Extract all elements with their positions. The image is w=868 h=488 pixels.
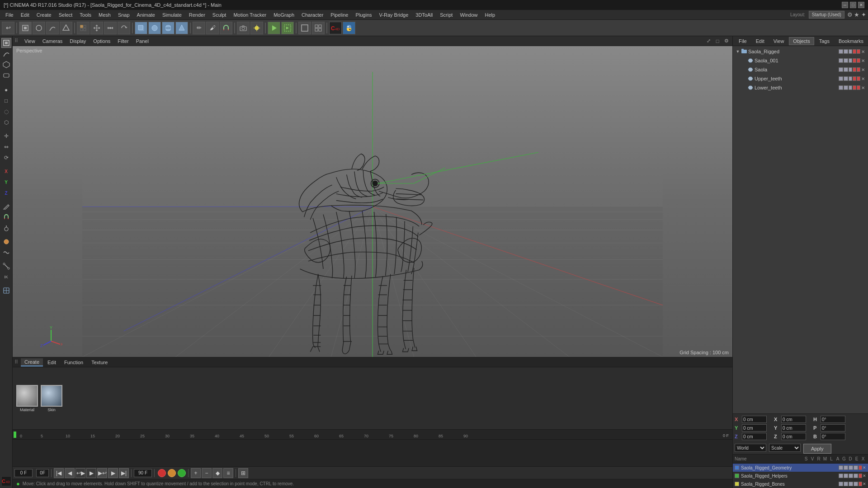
obj-dot-v1[interactable] xyxy=(844,465,848,470)
scene-dot-m4[interactable] xyxy=(853,85,856,90)
magnet-button[interactable] xyxy=(220,22,232,34)
render-region-button[interactable] xyxy=(281,22,294,34)
obj-row-helpers[interactable]: Saola_Rigged_Helpers ✕ xyxy=(733,472,868,480)
deformer-mode-button[interactable] xyxy=(60,22,72,34)
scene-dot-l1[interactable] xyxy=(857,58,860,63)
scene-dot-m3[interactable] xyxy=(853,76,856,81)
maximize-button[interactable]: □ xyxy=(850,2,856,8)
cylinder-button[interactable] xyxy=(162,22,175,34)
layout-selector[interactable]: Startup (Used) xyxy=(809,11,844,19)
sphere-button[interactable] xyxy=(148,22,161,34)
rotate-tool-button[interactable] xyxy=(118,22,130,34)
right-tab-tags[interactable]: Tags xyxy=(815,37,834,45)
menu-mesh[interactable]: Mesh xyxy=(95,11,114,19)
scene-dot-r4[interactable] xyxy=(844,85,848,90)
play-forward-button[interactable]: ▶↩ xyxy=(97,468,107,478)
sidebar-ik[interactable]: IK xyxy=(1,272,11,282)
sidebar-constraint[interactable] xyxy=(1,286,11,296)
menu-script[interactable]: Script xyxy=(436,11,456,19)
scene-anim-dot[interactable] xyxy=(849,49,852,54)
apply-button[interactable]: Apply xyxy=(803,444,831,454)
menu-3dtoall[interactable]: 3DToAll xyxy=(412,11,436,19)
render-button[interactable] xyxy=(268,22,280,34)
vp-menu-filter[interactable]: Filter xyxy=(115,38,131,45)
obj-x-3[interactable]: ✕ xyxy=(863,482,866,486)
coord-input-x2-pos[interactable] xyxy=(781,416,806,423)
sidebar-scale[interactable]: ⇔ xyxy=(1,142,11,152)
scene-x-1[interactable]: ✕ xyxy=(861,58,865,63)
bottom-tab-texture[interactable]: Texture xyxy=(88,359,111,366)
spline-mode-button[interactable] xyxy=(46,22,59,34)
right-tab-edit[interactable]: Edit xyxy=(752,37,769,45)
autokey-button[interactable] xyxy=(168,469,176,477)
sidebar-smooth[interactable] xyxy=(1,248,11,258)
coord-input-y-pos[interactable] xyxy=(742,424,767,432)
coord-input-z-pos[interactable] xyxy=(742,433,767,440)
sidebar-lasso[interactable]: ◌ xyxy=(1,107,11,117)
obj-row-bones[interactable]: Saola_Rigged_Bones ✕ xyxy=(733,480,868,488)
undo-button[interactable]: ↩ xyxy=(2,22,14,34)
scene-dot-l4[interactable] xyxy=(857,85,860,90)
sidebar-tool-sculpt[interactable] xyxy=(1,70,11,80)
menu-window[interactable]: Window xyxy=(456,11,481,19)
sidebar-tool-polygon[interactable] xyxy=(1,60,11,70)
coord-input-z2-pos[interactable] xyxy=(781,433,806,440)
end-frame-input[interactable] xyxy=(134,469,152,477)
prev-frame-button[interactable]: ◀ xyxy=(65,468,75,478)
scene-x-saola-rigged[interactable]: ✕ xyxy=(861,49,865,54)
scene-dot-r3[interactable] xyxy=(844,76,848,81)
pencil-button[interactable]: ✏ xyxy=(193,22,205,34)
c4d-logo-button[interactable]: C4D xyxy=(329,22,342,34)
sidebar-paint[interactable] xyxy=(1,237,11,247)
obj-dot-x3[interactable] xyxy=(859,482,862,486)
obj-dot-m2[interactable] xyxy=(854,474,858,478)
obj-dot-s3[interactable] xyxy=(839,482,843,486)
obj-dot-s2[interactable] xyxy=(839,474,843,478)
scene-dot-r2[interactable] xyxy=(844,67,848,72)
right-tab-bookmarks[interactable]: Bookmarks xyxy=(835,37,868,45)
obj-dot-s1[interactable] xyxy=(839,465,843,470)
scene-dot-r1[interactable] xyxy=(844,58,848,63)
mesh-mode-button[interactable] xyxy=(33,22,45,34)
scale-tool-button[interactable] xyxy=(104,22,117,34)
motion-clip-button[interactable] xyxy=(178,469,186,477)
minimize-button[interactable]: ─ xyxy=(842,2,848,8)
obj-x-1[interactable]: ✕ xyxy=(863,465,866,470)
scene-dot-v3[interactable] xyxy=(839,76,843,81)
sidebar-y-axis[interactable]: Y xyxy=(1,177,11,187)
sidebar-rotate[interactable]: ⟳ xyxy=(1,153,11,163)
vp-icon-settings[interactable]: ⚙ xyxy=(722,37,731,45)
sidebar-x-axis[interactable]: X xyxy=(1,166,11,176)
vp-menu-display[interactable]: Display xyxy=(67,38,89,45)
layout-button-timeline[interactable]: ⊞ xyxy=(238,468,248,478)
camera-button[interactable] xyxy=(237,22,250,34)
record-button[interactable] xyxy=(158,469,166,477)
sidebar-move[interactable]: ✛ xyxy=(1,131,11,141)
obj-dot-v2[interactable] xyxy=(844,474,848,478)
vp-menu-panel[interactable]: Panel xyxy=(133,38,151,45)
bottom-tab-function[interactable]: Function xyxy=(61,359,87,366)
vp-menu-options[interactable]: Options xyxy=(90,38,113,45)
right-tab-file[interactable]: File xyxy=(735,37,751,45)
menu-character[interactable]: Character xyxy=(298,11,327,19)
fps-input[interactable] xyxy=(36,469,49,477)
vp-menu-view[interactable]: View xyxy=(22,38,38,45)
menu-render[interactable]: Render xyxy=(185,11,209,19)
scene-item-saola-rigged[interactable]: ▼ Saola_Rigged ✕ xyxy=(734,47,867,56)
four-view-button[interactable] xyxy=(312,22,325,34)
material-item-2[interactable]: Skin xyxy=(41,385,62,412)
scene-hierarchy[interactable]: ▼ Saola_Rigged ✕ ▶ Saola xyxy=(733,46,868,413)
menu-tools[interactable]: Tools xyxy=(76,11,95,19)
del-key-button[interactable]: − xyxy=(202,468,212,478)
coord-input-h[interactable] xyxy=(821,416,845,423)
coord-input-b[interactable] xyxy=(821,433,845,440)
scene-item-saola[interactable]: ▶ Saola ✕ xyxy=(734,65,867,74)
sidebar-z-axis[interactable]: Z xyxy=(1,188,11,198)
material-item-1[interactable]: Material xyxy=(16,385,38,412)
scene-item-upper-teeth[interactable]: ▶ Upper_teeth ✕ xyxy=(734,74,867,83)
coord-input-x-pos[interactable]: 0 cm xyxy=(742,416,767,423)
brush-button[interactable]: 🖌 xyxy=(206,22,219,34)
scene-dot-l3[interactable] xyxy=(857,76,860,81)
sidebar-tool-model[interactable] xyxy=(1,38,11,48)
vp-icon-expand[interactable]: ⤢ xyxy=(704,37,712,45)
